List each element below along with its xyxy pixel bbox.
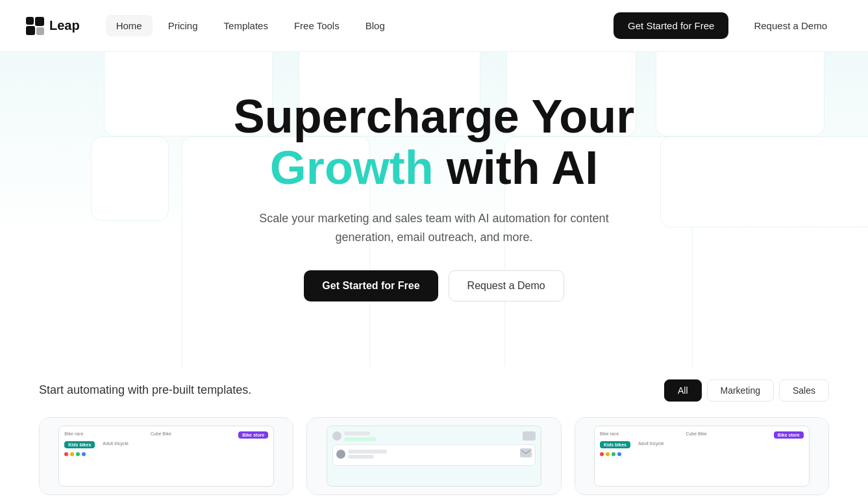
svg-rect-4 bbox=[520, 448, 532, 457]
template-card-1[interactable]: Bike race Cube Bike Bike store Kids bike… bbox=[39, 417, 293, 495]
filter-marketing-button[interactable]: Marketing bbox=[707, 379, 774, 402]
hero-buttons: Get Started for Free Request a Demo bbox=[207, 270, 662, 301]
nav-templates[interactable]: Templates bbox=[214, 15, 279, 36]
hero-title-line1: Supercharge Your bbox=[234, 90, 635, 142]
templates-section-title: Start automating with pre-built template… bbox=[39, 383, 251, 397]
templates-section: Start automating with pre-built template… bbox=[0, 366, 868, 499]
template-card-3-ui: Bike race Cube Bike Bike store Kids bike… bbox=[594, 426, 810, 487]
hero-section: Supercharge Your Growth with AI Scale yo… bbox=[0, 52, 868, 366]
svg-rect-0 bbox=[26, 17, 34, 25]
hero-get-started-button[interactable]: Get Started for Free bbox=[304, 270, 438, 301]
hero-request-demo-button[interactable]: Request a Demo bbox=[449, 270, 564, 301]
bg-card-right-top bbox=[660, 136, 868, 227]
nav-request-demo-button[interactable]: Request a Demo bbox=[739, 12, 842, 40]
template-card-2-inner bbox=[307, 418, 560, 494]
hero-subtitle: Scale your marketing and sales team with… bbox=[253, 209, 616, 247]
filter-sales-button[interactable]: Sales bbox=[779, 379, 829, 402]
bg-card-left bbox=[91, 136, 169, 221]
hero-title-line2: with AI bbox=[434, 142, 598, 194]
filter-tabs: All Marketing Sales bbox=[664, 379, 829, 402]
nav-free-tools[interactable]: Free Tools bbox=[284, 15, 350, 36]
nav-home[interactable]: Home bbox=[106, 15, 153, 36]
hero-title: Supercharge Your Growth with AI bbox=[207, 91, 662, 194]
filter-all-button[interactable]: All bbox=[664, 379, 702, 402]
navbar: Leap Home Pricing Templates Free Tools B… bbox=[0, 0, 868, 52]
template-card-3[interactable]: Bike race Cube Bike Bike store Kids bike… bbox=[575, 417, 829, 495]
hero-content: Supercharge Your Growth with AI Scale yo… bbox=[207, 91, 662, 301]
nav-actions: Get Started for Free Request a Demo bbox=[614, 12, 842, 40]
template-card-1-ui: Bike race Cube Bike Bike store Kids bike… bbox=[58, 426, 274, 487]
svg-rect-3 bbox=[36, 27, 44, 35]
template-card-2[interactable] bbox=[306, 417, 561, 495]
svg-rect-1 bbox=[35, 17, 44, 26]
logo-text: Leap bbox=[49, 18, 80, 33]
svg-rect-2 bbox=[26, 26, 35, 35]
bg-card-4 bbox=[656, 52, 825, 136]
logo-icon bbox=[26, 17, 44, 35]
nav-links: Home Pricing Templates Free Tools Blog bbox=[106, 15, 614, 36]
template-card-3-inner: Bike race Cube Bike Bike store Kids bike… bbox=[575, 418, 828, 494]
nav-pricing[interactable]: Pricing bbox=[158, 15, 208, 36]
template-card-2-ui bbox=[327, 426, 542, 487]
nav-blog[interactable]: Blog bbox=[355, 15, 395, 36]
nav-get-started-button[interactable]: Get Started for Free bbox=[614, 12, 728, 39]
templates-header: Start automating with pre-built template… bbox=[39, 379, 829, 402]
hero-title-accent: Growth bbox=[270, 142, 434, 194]
template-card-1-inner: Bike race Cube Bike Bike store Kids bike… bbox=[40, 418, 293, 494]
template-cards-grid: Bike race Cube Bike Bike store Kids bike… bbox=[39, 417, 829, 495]
logo[interactable]: Leap bbox=[26, 17, 80, 35]
